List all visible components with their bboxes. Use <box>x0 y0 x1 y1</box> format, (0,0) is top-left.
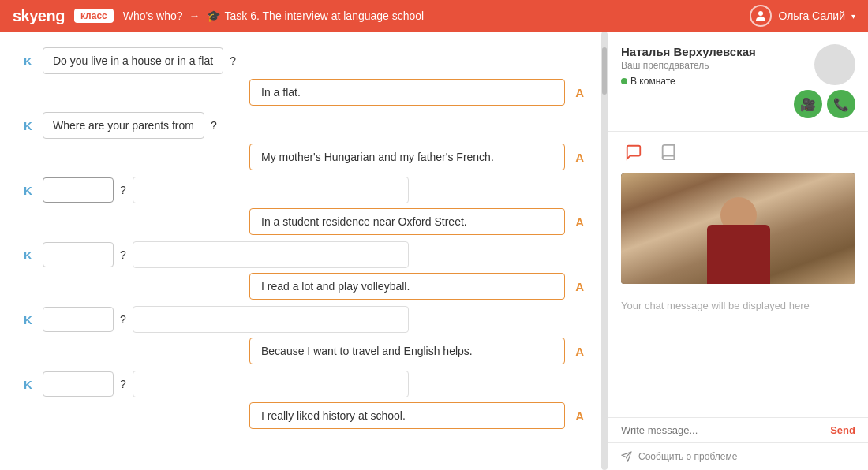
question-row-5: K ? <box>24 306 584 333</box>
breadcrumb-nav: Who's who? → 🎓 Task 6. The interview at … <box>123 9 741 22</box>
answer-row-2: My mother's Hungarian and my father's Fr… <box>24 144 584 170</box>
app-header: skyeng класс Who's who? → 🎓 Task 6. The … <box>0 0 868 32</box>
answer-row-4: I read a lot and play volleyball. A <box>24 273 584 300</box>
chat-input[interactable] <box>621 424 824 436</box>
status-text: В комнате <box>630 76 675 87</box>
question-input-6[interactable] <box>43 371 114 397</box>
answer-box-4: I read a lot and play volleyball. <box>249 273 565 300</box>
breadcrumb-who: Who's who? <box>123 9 183 22</box>
question-mark-4: ? <box>120 248 126 261</box>
scrollbar-thumb[interactable] <box>602 47 607 95</box>
chat-messages: Your chat message will be displayed here <box>608 290 868 417</box>
teacher-role: Ваш преподаватель <box>621 60 786 71</box>
report-problem-button[interactable]: Сообщить о проблеме <box>608 442 868 470</box>
task-label: 🎓 Task 6. The interview at language scho… <box>207 9 425 22</box>
a-label-1: A <box>571 86 584 99</box>
question-row-3: K ? <box>24 177 584 203</box>
a-label-6: A <box>571 409 584 423</box>
k-label-1: K <box>24 54 36 68</box>
answer-row-3: In a student residence near Oxford Stree… <box>24 208 584 235</box>
answer-row-6: I really liked history at school. A <box>24 402 584 429</box>
logo: skyeng <box>13 7 65 25</box>
question-row-4: K ? <box>24 241 584 268</box>
class-badge: класс <box>74 9 114 23</box>
answer-row-5: Because I want to travel and English hel… <box>24 338 584 364</box>
report-label: Сообщить о проблеме <box>638 451 737 462</box>
phone-call-button[interactable]: 📞 <box>827 90 855 118</box>
k-label-5: K <box>24 313 36 326</box>
exercise-content: K Do you live in a house or in a flat ? … <box>0 32 608 470</box>
question-box-1: Do you live in a house or in a flat <box>43 47 223 74</box>
chevron-down-icon: ▾ <box>851 12 855 21</box>
a-label-5: A <box>571 345 584 358</box>
user-name: Ольга Салий <box>778 9 845 22</box>
chat-send-button[interactable]: Send <box>830 424 855 436</box>
status-indicator <box>621 78 627 84</box>
book-icon-button[interactable] <box>656 140 681 165</box>
question-mark-5: ? <box>120 313 126 326</box>
video-call-button[interactable]: 🎥 <box>794 90 822 118</box>
right-sidebar: Наталья Верхулевская Ваш преподаватель В… <box>608 32 868 470</box>
call-buttons: 🎥 📞 <box>794 90 855 118</box>
question-row-2: K Where are your parents from ? <box>24 112 584 139</box>
teacher-status: В комнате <box>621 76 786 87</box>
chat-placeholder-text: Your chat message will be displayed here <box>621 300 810 311</box>
question-box-2: Where are your parents from <box>43 112 204 139</box>
svg-point-0 <box>758 11 763 16</box>
question-row-1: K Do you live in a house or in a flat ? <box>24 47 584 74</box>
teacher-details: Наталья Верхулевская Ваш преподаватель В… <box>621 44 786 87</box>
teacher-panel: Наталья Верхулевская Ваш преподаватель В… <box>608 32 868 132</box>
k-label-6: K <box>24 378 36 391</box>
question-mark-3: ? <box>120 184 126 196</box>
qa-pair-3: K ? In a student residence near Oxford S… <box>24 177 584 235</box>
qa-pair-5: K ? Because I want to travel and English… <box>24 306 584 364</box>
qa-pair-2: K Where are your parents from ? My mothe… <box>24 112 584 170</box>
task-title: Task 6. The interview at language school <box>225 9 425 22</box>
question-mark-6: ? <box>120 378 126 390</box>
teacher-avatar <box>814 44 855 85</box>
main-layout: K Do you live in a house or in a flat ? … <box>0 32 868 470</box>
question-input-4[interactable] <box>43 242 114 267</box>
user-menu[interactable]: Ольга Салий ▾ <box>750 5 855 27</box>
a-label-4: A <box>571 280 584 293</box>
question-input-5[interactable] <box>43 307 114 332</box>
k-label-4: K <box>24 248 36 262</box>
answer-box-6: I really liked history at school. <box>249 402 565 429</box>
chat-icon-button[interactable] <box>621 140 646 165</box>
answer-box-5: Because I want to travel and English hel… <box>249 338 565 364</box>
video-call-panel: Current Call <box>621 173 855 284</box>
task-icon: 🎓 <box>207 9 220 22</box>
question-row-6: K ? <box>24 371 584 397</box>
a-label-2: A <box>571 151 584 164</box>
question-input-3[interactable] <box>43 177 114 203</box>
k-label-3: K <box>24 184 36 197</box>
teacher-name: Наталья Верхулевская <box>621 44 786 60</box>
user-avatar <box>750 5 772 27</box>
qa-pair-4: K ? I read a lot and play volleyball. A <box>24 241 584 300</box>
scrollbar[interactable] <box>601 32 608 470</box>
a-label-3: A <box>571 215 584 229</box>
chat-input-row: Send <box>608 417 868 442</box>
answer-row-1: In a flat. A <box>24 79 584 106</box>
qa-pair-1: K Do you live in a house or in a flat ? … <box>24 47 584 106</box>
video-frame <box>621 173 855 284</box>
k-label-2: K <box>24 119 36 132</box>
qa-pair-6: K ? I really liked history at school. A <box>24 371 584 429</box>
answer-box-1: In a flat. <box>249 79 565 106</box>
sidebar-icon-row <box>608 132 868 173</box>
question-mark-2: ? <box>211 119 217 132</box>
answer-box-2: My mother's Hungarian and my father's Fr… <box>249 144 565 170</box>
answer-box-3: In a student residence near Oxford Stree… <box>249 208 565 235</box>
arrow-icon: → <box>189 9 200 22</box>
report-icon <box>621 451 632 462</box>
question-mark-1: ? <box>230 54 236 67</box>
